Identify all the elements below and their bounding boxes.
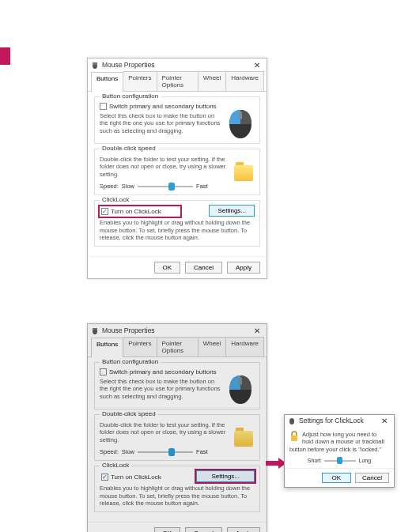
ok-button[interactable]: OK <box>154 262 181 274</box>
tab-hardware[interactable]: Hardware <box>225 71 264 91</box>
tab-strip: Buttons Pointers Pointer Options Wheel H… <box>88 71 267 92</box>
ok-button[interactable]: OK <box>322 473 352 483</box>
svg-rect-1 <box>93 62 97 65</box>
svg-point-8 <box>289 418 294 424</box>
checkbox-switch-buttons[interactable] <box>100 103 107 110</box>
clicklock-settings-popup: Settings for ClickLock ✕ Adjust how long… <box>284 414 395 488</box>
page-marker <box>0 47 10 65</box>
tab-pointer-options[interactable]: Pointer Options <box>157 71 199 91</box>
group-button-config: Button configuration Switch primary and … <box>94 362 260 409</box>
mouse-properties-dialog: Mouse Properties ✕ Buttons Pointers Poin… <box>87 58 267 279</box>
label-long: Long <box>359 458 372 463</box>
folder-icon[interactable] <box>234 431 253 447</box>
desc-clicklock: Enables you to highlight or drag without… <box>100 219 255 241</box>
svg-rect-5 <box>93 328 97 330</box>
tab-pointers[interactable]: Pointers <box>123 337 157 357</box>
group-doubleclick: Double-click speed Double-click the fold… <box>94 149 260 195</box>
close-icon[interactable]: ✕ <box>378 415 391 426</box>
settings-button[interactable]: Settings... <box>209 205 255 217</box>
tab-buttons[interactable]: Buttons <box>91 72 123 92</box>
clicklock-slider[interactable] <box>324 460 356 462</box>
tab-wheel[interactable]: Wheel <box>198 337 227 357</box>
tab-buttons[interactable]: Buttons <box>91 338 123 357</box>
label-speed: Speed: <box>100 448 119 455</box>
desc-button-config: Select this check box to make the button… <box>100 112 221 134</box>
svg-rect-9 <box>291 436 297 441</box>
ok-button[interactable]: OK <box>154 527 181 532</box>
titlebar: Mouse Properties ✕ <box>88 324 267 337</box>
label-speed: Speed: <box>100 183 119 190</box>
cancel-button[interactable]: Cancel <box>185 262 222 274</box>
svg-rect-7 <box>239 377 242 385</box>
tab-strip: Buttons Pointers Pointer Options Wheel H… <box>88 337 267 357</box>
desc-doubleclick: Double-click the folder to test your set… <box>100 421 226 443</box>
legend-doubleclick: Double-click speed <box>100 410 158 417</box>
padlock-icon <box>289 431 299 442</box>
label-slow: Slow <box>122 448 134 455</box>
close-icon[interactable]: ✕ <box>251 59 263 70</box>
popup-title: Settings for ClickLock <box>299 417 364 424</box>
label-switch-buttons: Switch primary and secondary buttons <box>109 103 217 110</box>
mouse-illustration <box>226 102 255 140</box>
legend-button-config: Button configuration <box>100 358 161 365</box>
tab-pointers[interactable]: Pointers <box>123 71 157 91</box>
apply-button[interactable]: Apply <box>227 262 260 274</box>
legend-doubleclick: Double-click speed <box>100 145 158 152</box>
folder-icon[interactable] <box>234 165 253 181</box>
legend-button-config: Button configuration <box>100 92 161 100</box>
slider-thumb[interactable] <box>168 183 175 191</box>
label-fast: Fast <box>196 183 208 190</box>
label-short: Short <box>308 458 321 463</box>
label-switch-buttons: Switch primary and secondary buttons <box>109 368 217 375</box>
group-doubleclick: Double-click speed Double-click the fold… <box>94 414 260 461</box>
label-slow: Slow <box>122 183 134 190</box>
speed-slider[interactable] <box>138 451 193 453</box>
group-clicklock: ClickLock ✓ Turn on ClickLock Settings..… <box>94 466 260 512</box>
label-clicklock: Turn on ClickLock <box>111 474 161 481</box>
label-fast: Fast <box>196 448 208 455</box>
checkbox-clicklock[interactable]: ✓ <box>101 474 108 481</box>
label-clicklock: Turn on ClickLock <box>111 208 161 215</box>
dialog-title: Mouse Properties <box>102 326 155 334</box>
checkbox-clicklock[interactable]: ✓ <box>101 208 108 215</box>
legend-clicklock: ClickLock <box>100 196 131 203</box>
mouse-icon <box>288 417 296 424</box>
desc-button-config: Select this check box to make the button… <box>100 378 221 400</box>
mouse-icon <box>91 61 99 69</box>
desc-doubleclick: Double-click the folder to test your set… <box>100 156 226 178</box>
checkbox-switch-buttons[interactable] <box>100 368 107 375</box>
tab-wheel[interactable]: Wheel <box>198 71 227 91</box>
svg-rect-3 <box>239 111 242 119</box>
dialog-title: Mouse Properties <box>102 61 155 69</box>
speed-slider[interactable] <box>138 186 193 187</box>
cancel-button[interactable]: Cancel <box>185 527 222 532</box>
tab-pointer-options[interactable]: Pointer Options <box>157 337 199 357</box>
cancel-button[interactable]: Cancel <box>355 473 389 483</box>
desc-clicklock: Enables you to highlight or drag without… <box>100 485 255 507</box>
popup-titlebar: Settings for ClickLock ✕ <box>285 415 394 426</box>
mouse-icon <box>91 326 99 334</box>
group-button-config: Button configuration Switch primary and … <box>94 96 260 144</box>
slider-thumb[interactable] <box>168 448 175 456</box>
popup-desc: Adjust how long you need to hold down a … <box>289 431 389 453</box>
mouse-properties-dialog-2: Mouse Properties ✕ Buttons Pointers Poin… <box>87 323 267 532</box>
titlebar: Mouse Properties ✕ <box>88 58 267 71</box>
apply-button[interactable]: Apply <box>227 527 260 532</box>
slider-thumb[interactable] <box>337 457 342 464</box>
tab-hardware[interactable]: Hardware <box>225 337 264 357</box>
settings-button[interactable]: Settings... <box>196 470 255 482</box>
close-icon[interactable]: ✕ <box>251 325 263 336</box>
legend-clicklock: ClickLock <box>100 462 131 469</box>
mouse-illustration <box>226 368 255 406</box>
group-clicklock: ClickLock ✓ Turn on ClickLock Settings..… <box>94 200 260 247</box>
